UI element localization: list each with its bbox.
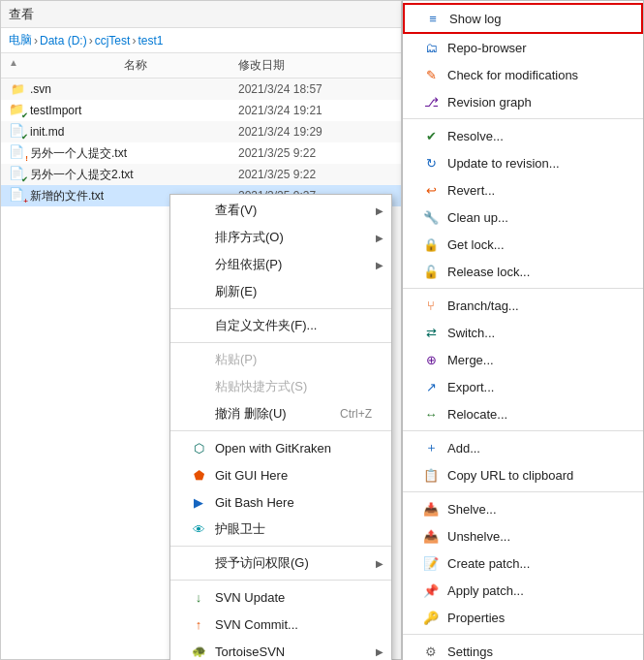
ctx-branch-tag[interactable]: ⑂ Branch/tag... <box>403 292 643 319</box>
ctx-apply-patch[interactable]: 📌 Apply patch... <box>403 577 643 604</box>
ctx-gitgui-label: Git GUI Here <box>215 468 288 483</box>
breadcrumb-data[interactable]: Data (D:) <box>40 34 87 47</box>
ctx-eyeguard[interactable]: 👁 护眼卫士 <box>170 516 391 543</box>
explorer-title: 查看 <box>9 6 34 23</box>
ctx-sep <box>170 580 391 581</box>
relocate-icon: ↔ <box>422 405 440 423</box>
ctx-cleanup[interactable]: 🔧 Clean up... <box>403 204 643 231</box>
ctx-view[interactable]: 查看(V) <box>170 197 391 224</box>
unshelve-icon: 📤 <box>422 527 440 545</box>
view-icon <box>190 202 207 219</box>
ctx-switch-label: Switch... <box>447 326 495 340</box>
ctx-gitkraken[interactable]: ⬡ Open with GitKraken <box>170 434 391 461</box>
ctx-resolve[interactable]: ✔ Resolve... <box>403 122 643 149</box>
ctx-svn-commit[interactable]: ↑ SVN Commit... <box>170 611 391 638</box>
ctx-get-lock-label: Get lock... <box>447 237 505 252</box>
ctx-tortoise-label: TortoiseSVN <box>215 644 285 659</box>
revision-graph-icon: ⎇ <box>422 93 440 110</box>
branch-icon: ⑂ <box>422 297 440 314</box>
ctx-show-log[interactable]: ≡ Show log <box>403 3 643 34</box>
group-icon <box>190 256 207 273</box>
add-icon: ＋ <box>422 439 440 456</box>
ctx-eyeguard-label: 护眼卫士 <box>215 520 265 538</box>
lock-icon: 🔒 <box>422 236 440 253</box>
paste-icon <box>190 351 207 368</box>
ctx-release-lock[interactable]: 🔓 Release lock... <box>403 258 643 285</box>
ctx-create-patch-label: Create patch... <box>447 556 530 571</box>
unlock-icon: 🔓 <box>422 263 440 280</box>
grant-icon <box>190 554 207 572</box>
eyeguard-icon: 👁 <box>190 520 207 538</box>
copy-url-icon: 📋 <box>422 466 440 484</box>
file-row[interactable]: 📄 ! 另外一个人提交.txt 2021/3/25 9:22 <box>1 142 401 164</box>
ctx-gitbash[interactable]: ▶ Git Bash Here <box>170 488 391 516</box>
file-row[interactable]: 📄 ✔ 另外一个人提交2.txt 2021/3/25 9:22 <box>1 164 401 185</box>
ctx-refresh-label: 刷新(E) <box>215 283 257 300</box>
switch-icon: ⇄ <box>422 324 440 341</box>
file-row[interactable]: 📄 ✔ init.md 2021/3/24 19:29 <box>1 121 401 142</box>
file-name: testImport <box>30 104 238 117</box>
ctx-grant[interactable]: 授予访问权限(G) <box>170 550 391 577</box>
svn-update-icon: ↓ <box>190 588 207 606</box>
ctx-gitgui[interactable]: ⬟ Git GUI Here <box>170 461 391 488</box>
ctx-sep <box>403 430 643 431</box>
ctx-update-rev[interactable]: ↻ Update to revision... <box>403 149 643 176</box>
context-menu-tortoise: ≡ Show log 🗂 Repo-browser ✎ Check for mo… <box>402 0 644 660</box>
folder-icon: 📁 <box>9 80 26 98</box>
sort-icon <box>190 229 207 246</box>
col-date-header[interactable]: 修改日期 <box>238 57 393 74</box>
ctx-repo-browser[interactable]: 🗂 Repo-browser <box>403 34 643 61</box>
ctx-switch[interactable]: ⇄ Switch... <box>403 319 643 346</box>
ctx-check-mods[interactable]: ✎ Check for modifications <box>403 61 643 88</box>
context-menu-windows: 查看(V) 排序方式(O) 分组依据(P) 刷新(E) 自定义文件夹(F)...… <box>169 194 392 660</box>
file-date: 2021/3/24 19:21 <box>238 104 393 117</box>
ctx-customize[interactable]: 自定义文件夹(F)... <box>170 312 391 339</box>
ctx-shelve-label: Shelve... <box>447 502 497 517</box>
ctx-paste-shortcut[interactable]: 粘贴快捷方式(S) <box>170 373 391 400</box>
ctx-create-patch[interactable]: 📝 Create patch... <box>403 550 643 577</box>
ctx-revision-graph[interactable]: ⎇ Revision graph <box>403 88 643 115</box>
file-row[interactable]: 📁 ✔ testImport 2021/3/24 19:21 <box>1 100 401 121</box>
ctx-group[interactable]: 分组依据(P) <box>170 251 391 278</box>
ctx-copy-url[interactable]: 📋 Copy URL to clipboard <box>403 461 643 488</box>
col-name-header[interactable]: 名称 <box>124 57 239 74</box>
ctx-view-label: 查看(V) <box>215 202 257 219</box>
ctx-settings[interactable]: ⚙ Settings <box>403 638 643 660</box>
ctx-sep <box>170 308 391 309</box>
ctx-revert[interactable]: ↩ Revert... <box>403 176 643 204</box>
svn-commit-icon: ↑ <box>190 615 207 633</box>
ctx-sep <box>403 634 643 635</box>
file-date: 2021/3/25 9:22 <box>238 168 393 181</box>
file-date: 2021/3/24 18:57 <box>238 82 393 96</box>
ctx-copy-url-label: Copy URL to clipboard <box>447 468 573 483</box>
ctx-apply-patch-label: Apply patch... <box>447 583 524 598</box>
tortoise-icon: 🐢 <box>190 643 207 660</box>
ctx-svn-props[interactable]: 🔑 Properties <box>403 604 643 631</box>
ctx-gitbash-label: Git Bash Here <box>215 495 294 510</box>
ctx-add-label: Add... <box>447 441 480 456</box>
ctx-undo[interactable]: 撤消 删除(U) Ctrl+Z <box>170 400 391 427</box>
file-date: 2021/3/24 19:29 <box>238 125 393 139</box>
file-row[interactable]: 📁 .svn 2021/3/24 18:57 <box>1 79 401 100</box>
shelve-icon: 📥 <box>422 500 440 518</box>
ctx-sep <box>403 118 643 119</box>
ctx-get-lock[interactable]: 🔒 Get lock... <box>403 231 643 258</box>
ctx-tortoise[interactable]: 🐢 TortoiseSVN <box>170 638 391 660</box>
ctx-merge-label: Merge... <box>447 353 494 367</box>
ctx-customize-label: 自定义文件夹(F)... <box>215 317 317 334</box>
ctx-paste[interactable]: 粘贴(P) <box>170 346 391 373</box>
ctx-sort[interactable]: 排序方式(O) <box>170 224 391 251</box>
ctx-merge[interactable]: ⊕ Merge... <box>403 346 643 373</box>
breadcrumb-test1[interactable]: test1 <box>138 34 163 47</box>
ctx-relocate[interactable]: ↔ Relocate... <box>403 400 643 427</box>
ctx-svn-update[interactable]: ↓ SVN Update <box>170 583 391 611</box>
ctx-export[interactable]: ↗ Export... <box>403 373 643 400</box>
folder-svn-icon: 📁 ✔ <box>9 102 26 119</box>
ctx-refresh[interactable]: 刷新(E) <box>170 278 391 305</box>
breadcrumb-pc[interactable]: 电脑 <box>9 32 32 48</box>
ctx-unshelve[interactable]: 📤 Unshelve... <box>403 522 643 550</box>
ctx-shelve[interactable]: 📥 Shelve... <box>403 495 643 522</box>
resolve-icon: ✔ <box>422 127 440 144</box>
ctx-add[interactable]: ＋ Add... <box>403 434 643 461</box>
breadcrumb-ccjtest[interactable]: ccjTest <box>95 34 131 47</box>
